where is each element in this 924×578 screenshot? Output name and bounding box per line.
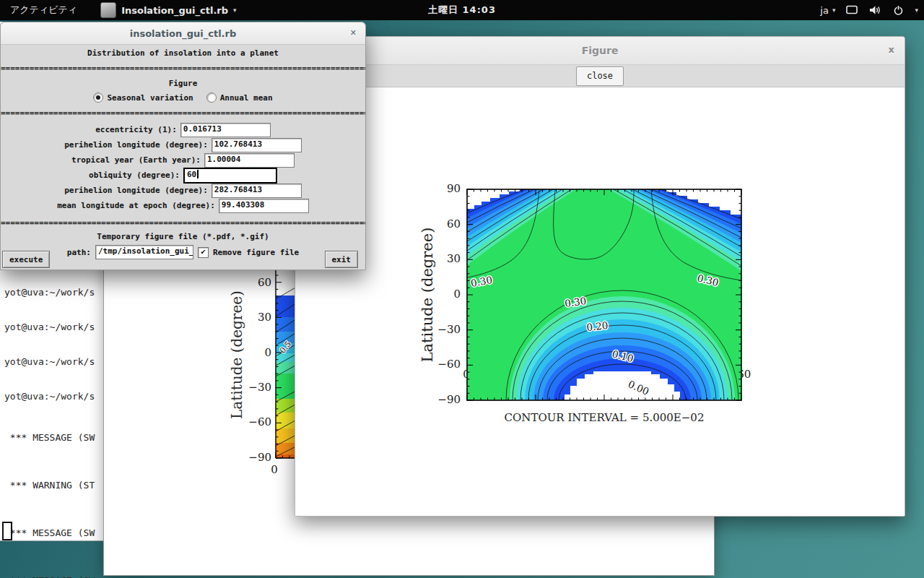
close-icon[interactable]: x [889, 44, 894, 55]
chevron-down-icon: ▾ [832, 7, 836, 14]
checkbox-label: Remove figure file [213, 248, 299, 257]
text-cursor [197, 170, 199, 178]
close-button[interactable]: close [576, 66, 624, 86]
input-method-label: ja [820, 5, 829, 16]
chevron-down-icon: ▾ [233, 7, 237, 14]
y-tick-label: −30 [429, 324, 461, 335]
contour-plot: 0.30 0.30 0.30 0.20 0.10 0.00 [466, 189, 742, 401]
y-tick-label: 0 [429, 288, 461, 300]
perihelion-longitude-input[interactable]: 102.768413 [212, 138, 302, 152]
y-tick-label: −90 [429, 394, 461, 405]
temp-file-section-label: Temporary figure file (*.pdf, *.gif) [1, 232, 365, 242]
field-label: tropical year (Earth year): [71, 155, 201, 165]
bg-y-tick: −90 [243, 452, 271, 463]
close-icon[interactable]: ✕ [350, 28, 357, 38]
app-menu-title: Insolation_gui_ctl.rb [121, 5, 228, 16]
perihelion-longitude2-input[interactable]: 282.768413 [212, 184, 302, 198]
input-method-menu[interactable]: ja ▾ [820, 5, 835, 16]
field-row-tropical-year: tropical year (Earth year): 1.00004 [1, 152, 365, 168]
y-tick-label: 90 [429, 183, 461, 194]
clock[interactable]: 土曜日 14:03 [428, 4, 496, 17]
bg-y-tick: 30 [243, 311, 271, 323]
execute-button[interactable]: execute [2, 251, 50, 268]
y-tick-label: 60 [429, 218, 461, 230]
mean-longitude-input[interactable]: 99.403308 [219, 199, 309, 213]
radio-label: Seasonal variation [107, 93, 193, 103]
separator: ========================================… [1, 219, 365, 228]
field-row-mean-longitude: mean longitude at epoch (degree): 99.403… [1, 198, 365, 213]
field-label: eccentricity (1): [95, 125, 177, 134]
figure-titlebar[interactable]: Figure x [295, 37, 905, 65]
app-icon [100, 2, 116, 18]
figure-section-label: Figure [1, 79, 365, 89]
path-input[interactable]: /tmp/insolation_gui_ [95, 245, 193, 259]
display-icon[interactable] [845, 4, 858, 16]
field-label: perihelion longitude (degree): [64, 186, 208, 195]
field-row-perihelion-longitude: perihelion longitude (degree): 102.76841… [1, 137, 365, 152]
path-label: path: [67, 248, 91, 257]
exit-button[interactable]: exit [325, 251, 359, 268]
dialog-titlebar[interactable]: insolation_gui_ctl.rb ✕ [1, 22, 365, 45]
bg-x-tick: 0 [266, 463, 283, 476]
radio-seasonal-variation[interactable]: Seasonal variation [93, 92, 193, 103]
bg-y-tick: −60 [243, 416, 271, 428]
figure-window-title: Figure [582, 45, 619, 56]
volume-icon[interactable] [868, 4, 882, 16]
contour-label: 0.20 [586, 319, 609, 333]
y-tick-label: 30 [429, 253, 461, 264]
dialog-subtitle: Distribution of insolation into a planet [1, 48, 365, 59]
eccentricity-input[interactable]: 0.016713 [180, 123, 271, 137]
separator: ========================================… [1, 109, 365, 118]
bg-y-tick: 0 [243, 347, 271, 358]
obliquity-input-focused[interactable]: 60 [183, 168, 277, 184]
field-label: obliquity (degree): [89, 171, 180, 180]
radio-annual-mean[interactable]: Annual mean [206, 92, 273, 103]
radio-selected-icon[interactable] [93, 92, 103, 103]
field-row-obliquity: obliquity (degree): 60 [1, 168, 365, 183]
remove-figure-checkbox[interactable]: ✔ [198, 247, 209, 258]
radio-label: Annual mean [220, 93, 273, 103]
tropical-year-input[interactable]: 1.00004 [204, 153, 295, 168]
bg-y-tick: −30 [243, 381, 271, 393]
separator: ========================================… [1, 64, 365, 73]
field-label: perihelion longitude (degree): [64, 140, 208, 150]
app-menu[interactable]: Insolation_gui_ctl.rb ▾ [100, 2, 236, 18]
field-row-perihelion-longitude-2: perihelion longitude (degree): 282.76841… [1, 183, 365, 198]
activities-button[interactable]: アクティビティ [0, 0, 87, 20]
insolation-dialog[interactable]: insolation_gui_ctl.rb ✕ Distribution of … [0, 22, 366, 270]
figure-toolbar: close [295, 65, 905, 87]
dialog-title: insolation_gui_ctl.rb [130, 28, 237, 39]
figure-canvas: Latitude (degree) 90 60 30 0 −30 −60 −90… [295, 87, 905, 517]
radio-unselected-icon[interactable] [206, 92, 217, 103]
field-row-eccentricity: eccentricity (1): 0.016713 [1, 122, 365, 137]
chevron-down-icon[interactable]: ▾ [915, 7, 918, 14]
field-label: mean longitude at epoch (degree): [57, 201, 215, 210]
bg-y-tick: 60 [243, 277, 271, 288]
terminal-cursor [2, 522, 12, 540]
contour-interval-caption: CONTOUR INTERVAL = 5.000E−02 [460, 411, 749, 424]
gnome-top-bar: アクティビティ Insolation_gui_ctl.rb ▾ 土曜日 14:0… [0, 0, 924, 20]
figure-window[interactable]: Figure x close Latitude (degree) 90 60 3… [295, 36, 905, 517]
power-icon[interactable] [892, 4, 905, 16]
